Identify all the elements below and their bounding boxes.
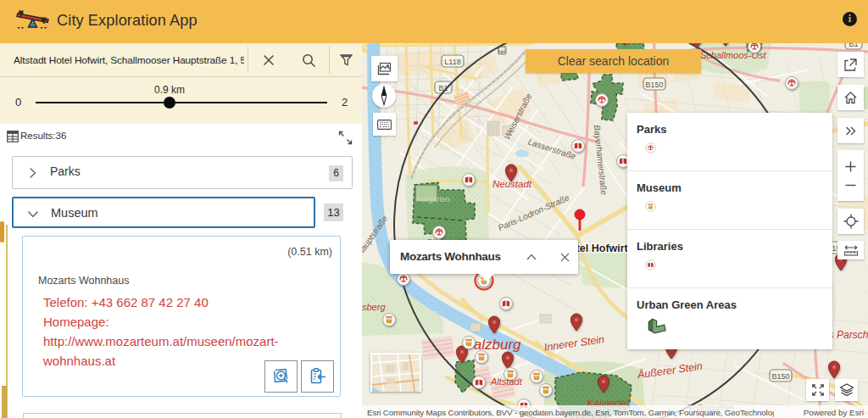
svg-text:B150: B150 (771, 372, 789, 381)
svg-text:sberg: sberg (362, 302, 386, 312)
svg-text:Altstadt: Altstadt (490, 376, 523, 387)
svg-text:Kurgarten: Kurgarten (416, 195, 450, 203)
svg-text:B150: B150 (645, 81, 663, 89)
svg-text:B1: B1 (849, 43, 858, 48)
svg-text:L118: L118 (444, 58, 460, 66)
